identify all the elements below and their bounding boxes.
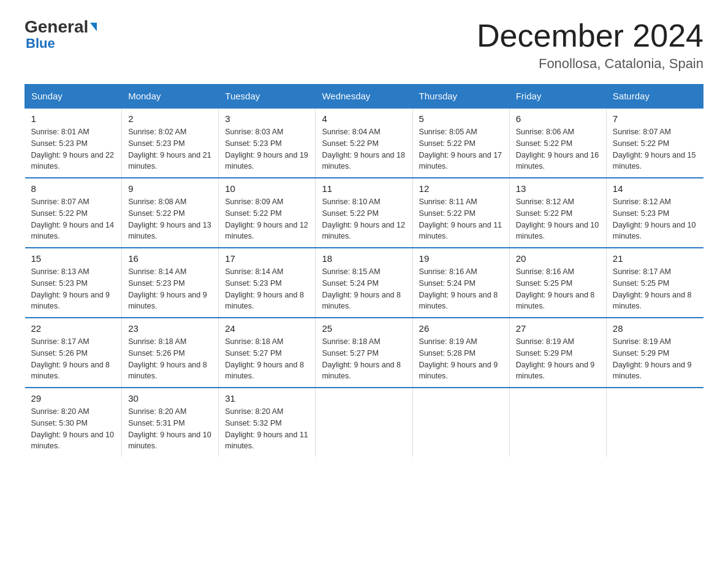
calendar-cell: 10 Sunrise: 8:09 AMSunset: 5:22 PMDaylig… xyxy=(219,178,316,248)
calendar-cell: 25 Sunrise: 8:18 AMSunset: 5:27 PMDaylig… xyxy=(316,318,412,388)
day-info: Sunrise: 8:19 AMSunset: 5:28 PMDaylight:… xyxy=(419,336,503,382)
day-info: Sunrise: 8:11 AMSunset: 5:22 PMDaylight:… xyxy=(419,196,503,242)
day-number: 30 xyxy=(128,393,212,404)
calendar-table: SundayMondayTuesdayWednesdayThursdayFrid… xyxy=(25,84,703,457)
calendar-cell: 17 Sunrise: 8:14 AMSunset: 5:23 PMDaylig… xyxy=(219,248,316,318)
day-info: Sunrise: 8:02 AMSunset: 5:23 PMDaylight:… xyxy=(128,126,212,172)
calendar-cell: 15 Sunrise: 8:13 AMSunset: 5:23 PMDaylig… xyxy=(25,248,122,318)
day-number: 10 xyxy=(225,183,309,194)
day-info: Sunrise: 8:04 AMSunset: 5:22 PMDaylight:… xyxy=(322,126,406,172)
day-number: 4 xyxy=(322,113,406,124)
day-info: Sunrise: 8:19 AMSunset: 5:29 PMDaylight:… xyxy=(613,336,697,382)
calendar-week-5: 29 Sunrise: 8:20 AMSunset: 5:30 PMDaylig… xyxy=(25,388,703,457)
calendar-cell: 6 Sunrise: 8:06 AMSunset: 5:22 PMDayligh… xyxy=(509,108,606,178)
day-info: Sunrise: 8:16 AMSunset: 5:24 PMDaylight:… xyxy=(419,266,503,312)
header-thursday: Thursday xyxy=(412,85,509,109)
calendar-cell: 3 Sunrise: 8:03 AMSunset: 5:23 PMDayligh… xyxy=(219,108,316,178)
day-number: 25 xyxy=(322,323,406,334)
calendar-cell: 7 Sunrise: 8:07 AMSunset: 5:22 PMDayligh… xyxy=(606,108,703,178)
day-info: Sunrise: 8:12 AMSunset: 5:22 PMDaylight:… xyxy=(516,196,600,242)
day-number: 1 xyxy=(31,113,116,124)
day-info: Sunrise: 8:01 AMSunset: 5:23 PMDaylight:… xyxy=(31,126,116,172)
day-number: 13 xyxy=(516,183,600,194)
calendar-cell xyxy=(606,388,703,457)
day-number: 29 xyxy=(31,393,116,404)
day-number: 24 xyxy=(225,323,309,334)
logo-blue-text: Blue xyxy=(26,37,55,50)
calendar-cell: 29 Sunrise: 8:20 AMSunset: 5:30 PMDaylig… xyxy=(25,388,122,457)
day-info: Sunrise: 8:06 AMSunset: 5:22 PMDaylight:… xyxy=(516,126,600,172)
day-number: 28 xyxy=(613,323,697,334)
day-info: Sunrise: 8:18 AMSunset: 5:27 PMDaylight:… xyxy=(322,336,406,382)
day-info: Sunrise: 8:18 AMSunset: 5:27 PMDaylight:… xyxy=(225,336,309,382)
day-info: Sunrise: 8:20 AMSunset: 5:32 PMDaylight:… xyxy=(225,406,309,452)
day-number: 22 xyxy=(31,323,116,334)
day-info: Sunrise: 8:15 AMSunset: 5:24 PMDaylight:… xyxy=(322,266,406,312)
header-sunday: Sunday xyxy=(25,85,122,109)
calendar-cell: 26 Sunrise: 8:19 AMSunset: 5:28 PMDaylig… xyxy=(412,318,509,388)
day-number: 21 xyxy=(613,253,697,264)
day-info: Sunrise: 8:18 AMSunset: 5:26 PMDaylight:… xyxy=(128,336,212,382)
calendar-cell xyxy=(412,388,509,457)
calendar-cell: 14 Sunrise: 8:12 AMSunset: 5:23 PMDaylig… xyxy=(606,178,703,248)
day-number: 31 xyxy=(225,393,309,404)
day-number: 2 xyxy=(128,113,212,124)
calendar-cell xyxy=(316,388,412,457)
calendar-cell: 11 Sunrise: 8:10 AMSunset: 5:22 PMDaylig… xyxy=(316,178,412,248)
header-tuesday: Tuesday xyxy=(219,85,316,109)
calendar-cell: 20 Sunrise: 8:16 AMSunset: 5:25 PMDaylig… xyxy=(509,248,606,318)
header-monday: Monday xyxy=(122,85,219,109)
day-info: Sunrise: 8:19 AMSunset: 5:29 PMDaylight:… xyxy=(516,336,600,382)
calendar-cell: 13 Sunrise: 8:12 AMSunset: 5:22 PMDaylig… xyxy=(509,178,606,248)
day-info: Sunrise: 8:16 AMSunset: 5:25 PMDaylight:… xyxy=(516,266,600,312)
calendar-cell: 27 Sunrise: 8:19 AMSunset: 5:29 PMDaylig… xyxy=(509,318,606,388)
calendar-cell xyxy=(509,388,606,457)
day-info: Sunrise: 8:09 AMSunset: 5:22 PMDaylight:… xyxy=(225,196,309,242)
day-info: Sunrise: 8:14 AMSunset: 5:23 PMDaylight:… xyxy=(128,266,212,312)
day-number: 19 xyxy=(419,253,503,264)
day-info: Sunrise: 8:20 AMSunset: 5:31 PMDaylight:… xyxy=(128,406,212,452)
day-info: Sunrise: 8:10 AMSunset: 5:22 PMDaylight:… xyxy=(322,196,406,242)
calendar-week-2: 8 Sunrise: 8:07 AMSunset: 5:22 PMDayligh… xyxy=(25,178,703,248)
calendar-week-3: 15 Sunrise: 8:13 AMSunset: 5:23 PMDaylig… xyxy=(25,248,703,318)
calendar-cell: 5 Sunrise: 8:05 AMSunset: 5:22 PMDayligh… xyxy=(412,108,509,178)
day-info: Sunrise: 8:07 AMSunset: 5:22 PMDaylight:… xyxy=(613,126,697,172)
header-saturday: Saturday xyxy=(606,85,703,109)
day-info: Sunrise: 8:20 AMSunset: 5:30 PMDaylight:… xyxy=(31,406,116,452)
calendar-cell: 21 Sunrise: 8:17 AMSunset: 5:25 PMDaylig… xyxy=(606,248,703,318)
day-number: 12 xyxy=(419,183,503,194)
header-row: SundayMondayTuesdayWednesdayThursdayFrid… xyxy=(25,85,703,109)
day-info: Sunrise: 8:17 AMSunset: 5:26 PMDaylight:… xyxy=(31,336,116,382)
day-number: 8 xyxy=(31,183,116,194)
day-number: 17 xyxy=(225,253,309,264)
calendar-cell: 31 Sunrise: 8:20 AMSunset: 5:32 PMDaylig… xyxy=(219,388,316,457)
day-number: 15 xyxy=(31,253,116,264)
calendar-cell: 18 Sunrise: 8:15 AMSunset: 5:24 PMDaylig… xyxy=(316,248,412,318)
logo-general-text: General xyxy=(25,18,88,36)
day-number: 14 xyxy=(613,183,697,194)
day-info: Sunrise: 8:05 AMSunset: 5:22 PMDaylight:… xyxy=(419,126,503,172)
day-number: 18 xyxy=(322,253,406,264)
day-number: 5 xyxy=(419,113,503,124)
calendar-cell: 19 Sunrise: 8:16 AMSunset: 5:24 PMDaylig… xyxy=(412,248,509,318)
calendar-cell: 8 Sunrise: 8:07 AMSunset: 5:22 PMDayligh… xyxy=(25,178,122,248)
calendar-cell: 16 Sunrise: 8:14 AMSunset: 5:23 PMDaylig… xyxy=(122,248,219,318)
header-wednesday: Wednesday xyxy=(316,85,412,109)
day-info: Sunrise: 8:13 AMSunset: 5:23 PMDaylight:… xyxy=(31,266,116,312)
calendar-week-4: 22 Sunrise: 8:17 AMSunset: 5:26 PMDaylig… xyxy=(25,318,703,388)
calendar-cell: 30 Sunrise: 8:20 AMSunset: 5:31 PMDaylig… xyxy=(122,388,219,457)
day-number: 26 xyxy=(419,323,503,334)
day-info: Sunrise: 8:08 AMSunset: 5:22 PMDaylight:… xyxy=(128,196,212,242)
calendar-cell: 23 Sunrise: 8:18 AMSunset: 5:26 PMDaylig… xyxy=(122,318,219,388)
calendar-cell: 1 Sunrise: 8:01 AMSunset: 5:23 PMDayligh… xyxy=(25,108,122,178)
calendar-title: December 2024 xyxy=(477,18,703,53)
day-number: 11 xyxy=(322,183,406,194)
calendar-cell: 28 Sunrise: 8:19 AMSunset: 5:29 PMDaylig… xyxy=(606,318,703,388)
day-info: Sunrise: 8:03 AMSunset: 5:23 PMDaylight:… xyxy=(225,126,309,172)
day-number: 9 xyxy=(128,183,212,194)
day-number: 16 xyxy=(128,253,212,264)
day-number: 6 xyxy=(516,113,600,124)
header-friday: Friday xyxy=(509,85,606,109)
day-info: Sunrise: 8:07 AMSunset: 5:22 PMDaylight:… xyxy=(31,196,116,242)
day-number: 23 xyxy=(128,323,212,334)
